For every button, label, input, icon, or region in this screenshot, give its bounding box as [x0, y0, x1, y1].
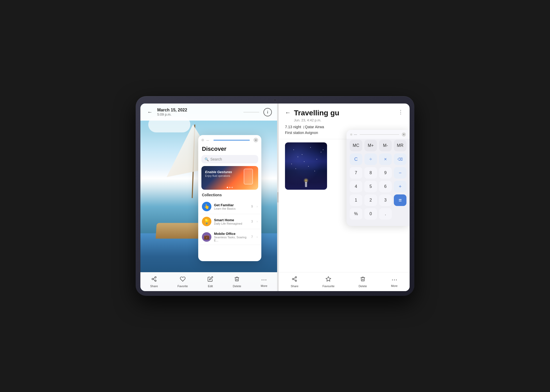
svg-point-1 — [152, 278, 154, 280]
svg-point-2 — [155, 280, 156, 281]
right-more-button[interactable]: ⋯ More — [391, 276, 398, 287]
collection-desc-mobile-office: Seamless Tasks, Soaring E... — [214, 236, 248, 242]
calc-mminus-button[interactable]: M- — [379, 140, 392, 151]
banner-pagination — [227, 187, 233, 188]
right-share-button[interactable]: Share — [291, 276, 298, 288]
collection-count-mobile-office: 7 — [251, 235, 253, 239]
calc-buttons: MC M+ M- MR C ÷ × ⌫ 7 8 — [347, 139, 410, 223]
titlebar-close-button[interactable]: ✕ — [253, 138, 258, 142]
search-placeholder: Search — [210, 157, 222, 161]
collection-icon-smart-home: 💡 — [202, 217, 211, 226]
calc-divide-button[interactable]: ÷ — [364, 153, 377, 165]
left-panel: ← March 15, 2022 5:09 p.m. i — [140, 104, 277, 291]
header-time: 5:09 p.m. — [157, 112, 239, 116]
info-button[interactable]: i — [263, 108, 272, 116]
titlebar-minimize[interactable] — [206, 139, 210, 141]
calc-row-456: 4 5 6 + — [350, 181, 406, 192]
calc-equals-button[interactable]: = — [394, 194, 406, 206]
calc-multiply-button[interactable]: × — [379, 153, 392, 165]
calc-close-button[interactable]: ✕ — [402, 132, 406, 137]
calc-8-button[interactable]: 8 — [364, 167, 377, 179]
right-favourite-label: Favourite — [323, 285, 335, 288]
calc-decimal-button[interactable]: . — [379, 208, 392, 220]
right-favourite-button[interactable]: Favourite — [323, 276, 335, 288]
calc-4-button[interactable]: 4 — [350, 181, 362, 192]
collection-name-get-familiar: Get Familiar — [214, 203, 248, 207]
svg-point-0 — [155, 276, 156, 278]
right-delete-button[interactable]: Delete — [359, 276, 367, 288]
calc-0-button[interactable]: 0 — [364, 208, 377, 220]
delete-label: Delete — [233, 285, 241, 288]
svg-point-6 — [292, 278, 294, 280]
note-title: Travelling gu — [294, 109, 395, 117]
collection-count-get-familiar: 9 — [251, 205, 253, 208]
chevron-right-icon-2: › — [257, 220, 258, 223]
calc-minimize[interactable]: — — [354, 133, 357, 136]
share-button[interactable]: Share — [150, 276, 158, 288]
more-button[interactable]: ⋯ More — [261, 276, 267, 287]
calc-mplus-button[interactable]: M+ — [364, 140, 377, 151]
svg-point-7 — [295, 280, 297, 281]
calc-1-button[interactable]: 1 — [350, 194, 362, 206]
collections-heading: Collections — [198, 193, 261, 199]
note-header-bar: ← March 15, 2022 5:09 p.m. i — [140, 104, 277, 121]
svg-point-5 — [295, 276, 297, 278]
calculator-panel: — ✕ MC M+ M- MR C ÷ × — [347, 130, 410, 226]
discover-titlebar: ✕ — [198, 135, 261, 144]
night-sky-image — [285, 142, 327, 190]
calc-7-button[interactable]: 7 — [350, 167, 362, 179]
calc-delete-button[interactable]: ⌫ — [394, 153, 406, 165]
back-button[interactable]: ← — [146, 108, 154, 116]
svg-marker-10 — [326, 276, 331, 281]
calc-mr-button[interactable]: MR — [394, 140, 406, 151]
collection-item-smart-home[interactable]: 💡 Smart Home Daily Life Reimagined 3 › — [198, 214, 261, 229]
note-more-button[interactable]: ⋮ — [398, 109, 403, 115]
svg-line-9 — [294, 277, 295, 278]
collection-icon-get-familiar: 👆 — [202, 202, 211, 211]
calc-9-button[interactable]: 9 — [379, 167, 392, 179]
calc-clear-button[interactable]: C — [350, 153, 362, 165]
collection-item-get-familiar[interactable]: 👆 Get Familiar Learn the Basics 9 › — [198, 199, 261, 214]
calc-row-0: % 0 . — [350, 208, 406, 220]
titlebar-dot — [201, 139, 204, 141]
tablet-device: ← March 15, 2022 5:09 p.m. i — [136, 96, 414, 296]
note-title-area: Travelling gu Jun. 23, 4:42 p.m. — [294, 109, 395, 122]
calc-add-button[interactable]: + — [394, 181, 406, 192]
collection-count-smart-home: 3 — [251, 220, 253, 223]
left-bottom-toolbar: Share Favorite — [140, 272, 277, 291]
right-star-icon — [325, 276, 331, 283]
search-icon: 🔍 — [205, 157, 209, 161]
calc-percent-button[interactable]: % — [350, 208, 362, 220]
divider-handle[interactable] — [277, 192, 278, 203]
collection-desc-get-familiar: Learn the Basics — [214, 207, 248, 210]
header-info: March 15, 2022 5:09 p.m. — [157, 108, 239, 116]
collection-item-mobile-office[interactable]: 💼 Mobile Office Seamless Tasks, Soaring … — [198, 229, 261, 245]
chevron-right-icon-3: › — [257, 235, 258, 239]
favorite-button[interactable]: Favorite — [177, 276, 188, 288]
right-panel: ← Travelling gu Jun. 23, 4:42 p.m. ⋮ 7.1… — [279, 104, 410, 291]
collection-desc-smart-home: Daily Life Reimagined — [214, 222, 248, 225]
edit-icon — [207, 276, 213, 283]
share-icon — [151, 276, 157, 283]
delete-button[interactable]: Delete — [233, 276, 241, 288]
more-label: More — [261, 284, 267, 287]
calc-row-memory: MC M+ M- MR — [350, 140, 406, 151]
calc-equals-placeholder — [394, 208, 406, 220]
calc-subtract-button[interactable]: − — [394, 167, 406, 179]
calc-5-button[interactable]: 5 — [364, 181, 377, 192]
trash-icon — [234, 276, 240, 283]
discover-search[interactable]: 🔍 Search — [201, 155, 258, 163]
calc-3-button[interactable]: 3 — [379, 194, 392, 206]
note-back-button[interactable]: ← — [285, 109, 291, 116]
titlebar-line — [213, 140, 250, 141]
right-delete-label: Delete — [359, 285, 367, 288]
calc-6-button[interactable]: 6 — [379, 181, 392, 192]
note-date: Jun. 23, 4:42 p.m. — [294, 118, 395, 122]
more-icon: ⋯ — [261, 276, 267, 283]
discover-banner[interactable]: Enable Gestures Enjoy fluid operations — [201, 166, 258, 190]
calc-2-button[interactable]: 2 — [364, 194, 377, 206]
note-line-1: 7.13 night（Qatar Airwa — [285, 125, 403, 130]
svg-line-4 — [153, 277, 155, 278]
calc-mc-button[interactable]: MC — [350, 140, 362, 151]
edit-button[interactable]: Edit — [207, 276, 213, 288]
